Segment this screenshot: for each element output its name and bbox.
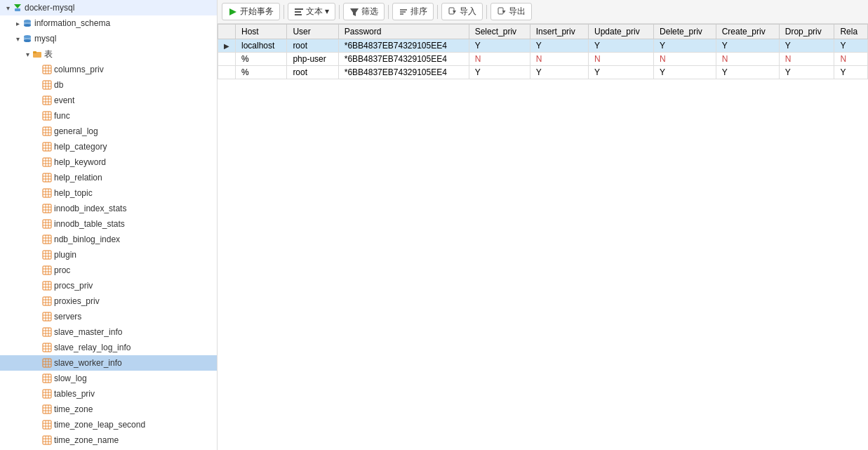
cell-select_priv: Y	[469, 39, 530, 53]
col-header-update_priv[interactable]: Update_priv	[588, 25, 653, 39]
sidebar-item-event[interactable]: event	[0, 93, 217, 108]
sidebar-item-time_zone_leap_second[interactable]: time_zone_leap_second	[0, 417, 217, 432]
sidebar-item-help_topic[interactable]: help_topic	[0, 185, 217, 201]
table-row[interactable]: ▶localhostroot*6BB4837EB74329105EE4YYYYY…	[218, 39, 868, 53]
toolbar-btn-filter[interactable]: 筛选	[343, 3, 385, 20]
svg-point-7	[24, 39, 31, 42]
sidebar-item-columns_priv[interactable]: columns_priv	[0, 62, 217, 77]
col-header-password[interactable]: Password	[338, 25, 469, 39]
table-icon	[42, 389, 54, 399]
cell-update_priv: Y	[588, 66, 653, 79]
table-icon	[42, 157, 54, 168]
filter-icon	[349, 7, 359, 17]
sidebar-item-tables_priv[interactable]: tables_priv	[0, 386, 217, 402]
svg-rect-110	[43, 374, 51, 383]
sidebar-item-label: proxies_priv	[54, 296, 100, 306]
row-indicator: ▶	[218, 39, 236, 53]
toolbar-btn-begin-tx[interactable]: 开始事务	[222, 3, 280, 20]
svg-rect-95	[43, 328, 51, 336]
sidebar-item-label: proc	[54, 265, 70, 275]
sidebar-item-label: slow_log	[54, 373, 87, 383]
sort-icon	[399, 7, 408, 17]
svg-rect-15	[43, 81, 51, 89]
cell-insert_priv: N	[530, 53, 588, 66]
sidebar-item-time_zone[interactable]: time_zone	[0, 402, 217, 417]
cell-insert_priv: Y	[530, 66, 588, 79]
sidebar-item-slave_worker_info[interactable]: slave_worker_info	[0, 355, 217, 371]
table-row[interactable]: %php-user*6BB4837EB74329105EE4NNNNNNN	[218, 53, 868, 66]
cell-update_priv: N	[588, 53, 653, 66]
sidebar-item-slave_master_info[interactable]: slave_master_info	[0, 324, 217, 340]
toolbar-btn-import[interactable]: 导入	[441, 3, 483, 20]
row-indicator	[218, 66, 236, 79]
sidebar-item-slave_relay_log_info[interactable]: slave_relay_log_info	[0, 340, 217, 355]
col-header-user[interactable]: User	[287, 25, 338, 39]
table-row[interactable]: %root*6BB4837EB74329105EE4YYYYYYY	[218, 66, 868, 79]
svg-rect-153	[295, 14, 302, 15]
toolbar-btn-label: 排序	[410, 6, 427, 18]
svg-marker-154	[350, 8, 359, 16]
sidebar-item-ndb_binlog_index[interactable]: ndb_binlog_index	[0, 232, 217, 247]
sidebar-item-db[interactable]: db	[0, 77, 217, 93]
sidebar-item-mysql[interactable]: ▾ mysql	[0, 31, 217, 46]
toolbar-separator	[437, 5, 438, 19]
svg-marker-0	[14, 4, 21, 8]
svg-rect-80	[43, 282, 51, 290]
sidebar-item-help_relation[interactable]: help_relation	[0, 170, 217, 185]
cell-create_priv: Y	[716, 66, 779, 79]
toolbar-btn-label: 导出	[509, 6, 526, 18]
tree-expand-icon[interactable]: ▾	[22, 51, 32, 58]
sidebar-item-proxies_priv[interactable]: proxies_priv	[0, 293, 217, 309]
sidebar-item-servers[interactable]: servers	[0, 309, 217, 324]
sidebar-item-information_schema[interactable]: ▸ information_schema	[0, 15, 217, 31]
col-header-create_priv[interactable]: Create_priv	[716, 25, 779, 39]
import-icon	[448, 7, 458, 17]
tree-expand-icon[interactable]: ▸	[13, 20, 22, 27]
table-icon	[42, 420, 54, 430]
sidebar-item-proc[interactable]: proc	[0, 263, 217, 278]
toolbar-btn-label: 导入	[460, 6, 476, 18]
sidebar-item-help_keyword[interactable]: help_keyword	[0, 154, 217, 170]
sidebar-item-innodb_index_stats[interactable]: innodb_index_stats	[0, 201, 217, 216]
table-icon	[42, 95, 54, 106]
table-icon	[42, 312, 54, 322]
cell-rela: Y	[834, 39, 868, 53]
toolbar-btn-export[interactable]: 导出	[490, 3, 532, 20]
col-header-insert_priv[interactable]: Insert_priv	[530, 25, 588, 39]
svg-rect-60	[43, 220, 51, 228]
sidebar-item-plugin[interactable]: plugin	[0, 247, 217, 263]
sidebar-item-tables-folder[interactable]: ▾ 表	[0, 46, 217, 62]
col-header-host[interactable]: Host	[236, 25, 287, 39]
cell-host: localhost	[236, 39, 287, 53]
sidebar-item-label: help_category	[54, 142, 107, 152]
sidebar-item-general_log[interactable]: general_log	[0, 124, 217, 139]
col-header-delete_priv[interactable]: Delete_priv	[654, 25, 716, 39]
main-panel: 开始事务文本 ▾筛选排序导入导出 HostUserPasswordSelect_…	[218, 0, 868, 450]
sidebar-item-help_category[interactable]: help_category	[0, 139, 217, 154]
tree-expand-icon[interactable]: ▾	[3, 4, 13, 12]
sidebar-item-procs_priv[interactable]: procs_priv	[0, 278, 217, 293]
sidebar-item-slow_log[interactable]: slow_log	[0, 371, 217, 386]
col-header-drop_priv[interactable]: Drop_priv	[779, 25, 834, 39]
sidebar-item-docker-mysql[interactable]: ▾ docker-mysql	[0, 0, 217, 15]
table-icon	[42, 234, 54, 245]
sidebar-item-label: information_schema	[34, 18, 110, 28]
col-header-select_priv[interactable]: Select_priv	[469, 25, 530, 39]
cell-drop_priv: Y	[779, 39, 834, 53]
tree-expand-icon[interactable]: ▾	[13, 35, 22, 43]
table-icon	[42, 142, 54, 152]
sidebar-item-label: slave_relay_log_info	[54, 343, 131, 352]
cell-rela: N	[834, 53, 868, 66]
sidebar: ▾ docker-mysql▸ information_schema▾ mysq…	[0, 0, 218, 450]
toolbar-btn-sort[interactable]: 排序	[392, 3, 434, 20]
col-header-rela[interactable]: Rela	[834, 25, 868, 39]
toolbar-btn-text[interactable]: 文本 ▾	[288, 3, 335, 20]
svg-rect-40	[43, 158, 51, 166]
table-icon	[42, 65, 54, 75]
sidebar-item-func[interactable]: func	[0, 108, 217, 124]
sidebar-item-time_zone_name[interactable]: time_zone_name	[0, 432, 217, 448]
sidebar-item-label: innodb_index_stats	[54, 204, 126, 213]
sidebar-item-innodb_table_stats[interactable]: innodb_table_stats	[0, 216, 217, 232]
sidebar-item-label: innodb_table_stats	[54, 219, 125, 229]
svg-rect-45	[43, 173, 51, 182]
